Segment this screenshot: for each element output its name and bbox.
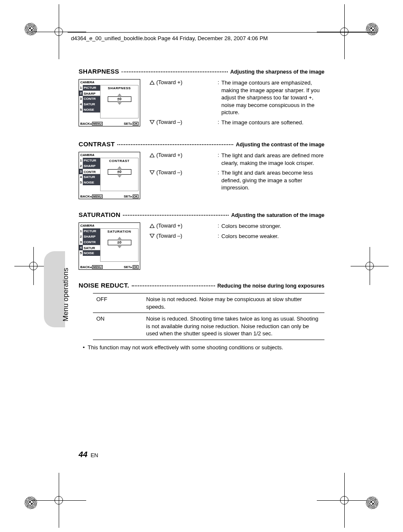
direction-label: (Toward +) (156, 222, 182, 229)
leader-dots (123, 215, 229, 216)
description-text: Colors become stronger. (221, 222, 324, 230)
section-subtitle: Adjusting the sharpness of the image (230, 69, 324, 75)
camera-menu-figure: CAMERA 1PICTUR2SHARP3CONTR4SATUR5NOISE S… (79, 222, 140, 270)
table-row: OFF Noise is not reduced. Noise may be c… (93, 293, 324, 313)
page-number: 44 (79, 450, 87, 459)
direction-label: (Toward –) (156, 233, 182, 239)
triangle-up-icon (150, 224, 155, 228)
section-title: CONTRAST (79, 140, 115, 148)
camera-menu-figure: CAMERA 1PICTUR2SHARP3CONTR4SATUR5NOISE C… (79, 152, 140, 199)
footnote: • This function may not work effectively… (83, 344, 324, 351)
section-tab-label: Menu operations (62, 268, 70, 321)
colon: : (215, 169, 221, 192)
crop-mark (359, 255, 380, 277)
page-footer: 44 EN (79, 450, 98, 459)
direction-label: (Toward +) (156, 79, 182, 85)
section-saturation: SATURATION Adjusting the saturation of t… (79, 211, 324, 270)
option-desc: Noise is reduced. Shooting time takes tw… (143, 313, 324, 340)
section-subtitle: Adjusting the contrast of the image (236, 142, 324, 148)
page-lang: EN (90, 452, 98, 458)
option-key: OFF (93, 293, 143, 313)
section-title: SATURATION (79, 211, 120, 218)
option-key: ON (93, 313, 143, 340)
crop-mark (334, 490, 355, 511)
leader-dots (117, 144, 234, 145)
leader-dots (122, 71, 228, 72)
direction-label: (Toward –) (156, 119, 182, 125)
description-text: Colors become weaker. (221, 233, 324, 240)
description-text: The image contours are emphasized, makin… (221, 79, 324, 116)
section-contrast: CONTRAST Adjusting the contrast of the i… (79, 140, 324, 199)
triangle-down-icon (150, 120, 155, 124)
colon: : (215, 222, 221, 230)
section-title: SHARPNESS (79, 68, 119, 75)
camera-menu-figure: CAMERA 1PICTUR2SHARP3CONTR4SATUR5NOISE S… (79, 79, 140, 126)
direction-label: (Toward +) (156, 152, 182, 158)
triangle-up-icon (150, 153, 155, 157)
section-subtitle: Reducing the noise during long exposures (218, 283, 325, 289)
colon: : (215, 79, 221, 116)
table-row: ON Noise is reduced. Shooting time takes… (93, 313, 324, 340)
description-text: The light and dark areas become less def… (221, 169, 324, 192)
crop-mark (48, 21, 69, 42)
colon: : (215, 233, 221, 240)
crop-mark (334, 21, 355, 42)
noise-reduction-table: OFF Noise is not reduced. Noise may be c… (93, 293, 324, 340)
crop-ornament (366, 496, 378, 509)
section-subtitle: Adjusting the saturation of the image (231, 212, 324, 218)
section-sharpness: SHARPNESS Adjusting the sharpness of the… (79, 68, 324, 129)
colon: : (215, 119, 221, 126)
crop-mark (23, 255, 44, 277)
section-noise-reduct: NOISE REDUCT. Reducing the noise during … (79, 282, 324, 351)
header-rule (68, 32, 378, 33)
description-text: The light and dark areas are defined mor… (221, 152, 324, 167)
triangle-down-icon (150, 234, 155, 238)
crop-ornament (25, 23, 37, 36)
description-text: The image contours are softened. (221, 119, 324, 126)
source-header: d4364_e_00_unified_bookfile.book Page 44… (71, 35, 268, 41)
crop-mark (48, 490, 69, 511)
triangle-up-icon (150, 80, 155, 85)
crop-ornament (366, 23, 378, 36)
leader-dots (132, 285, 215, 286)
triangle-down-icon (150, 170, 155, 175)
option-desc: Noise is not reduced. Noise may be consp… (143, 293, 324, 313)
colon: : (215, 152, 221, 167)
crop-ornament (25, 496, 37, 509)
page-content: SHARPNESS Adjusting the sharpness of the… (79, 68, 324, 362)
section-title: NOISE REDUCT. (79, 282, 129, 289)
direction-label: (Toward –) (156, 169, 182, 176)
